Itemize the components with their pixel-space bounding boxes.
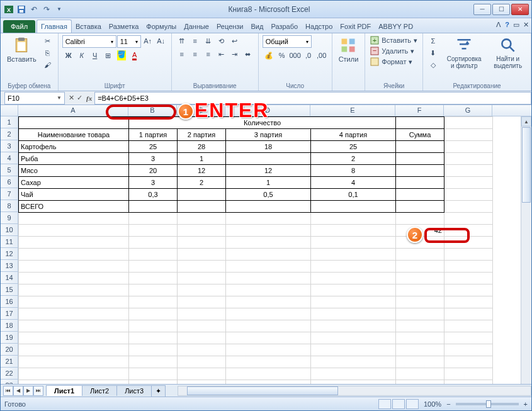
copy-icon[interactable]: ⎘ bbox=[42, 47, 54, 59]
vertical-scrollbar[interactable]: ▲ bbox=[521, 116, 531, 384]
row-header-4[interactable]: 4 bbox=[1, 152, 18, 164]
tab-nav-last-icon[interactable]: ⏭ bbox=[33, 386, 43, 396]
merge-icon[interactable]: ⬌ bbox=[242, 48, 254, 60]
row-header-10[interactable]: 10 bbox=[1, 224, 18, 236]
percent-icon[interactable]: % bbox=[276, 50, 288, 61]
row-header-16[interactable]: 16 bbox=[1, 296, 18, 308]
comma-icon[interactable]: 000 bbox=[289, 50, 302, 61]
sheet-tab-3[interactable]: Лист3 bbox=[116, 385, 152, 396]
cells-insert[interactable]: +Вставить ▾ bbox=[369, 35, 419, 45]
currency-icon[interactable]: 💰 bbox=[263, 50, 275, 61]
row-header-5[interactable]: 5 bbox=[1, 164, 18, 176]
ribbon-minimize-icon[interactable]: ᐱ bbox=[496, 21, 501, 29]
row-header-22[interactable]: 22 bbox=[1, 368, 18, 380]
indent-inc-icon[interactable]: ⇥ bbox=[229, 48, 241, 60]
row-header-23[interactable]: 23 bbox=[1, 380, 18, 384]
cells-format[interactable]: Формат ▾ bbox=[369, 57, 414, 67]
tab-layout[interactable]: Разметка bbox=[105, 20, 143, 33]
fx-icon[interactable]: fx bbox=[86, 94, 92, 102]
border-icon[interactable]: ⊞ bbox=[102, 50, 115, 61]
sheet-tab-1[interactable]: Лист1 bbox=[46, 385, 82, 396]
wrap-text-icon[interactable]: ↩ bbox=[229, 35, 241, 47]
tab-foxit[interactable]: Foxit PDF bbox=[336, 20, 375, 33]
close-button[interactable]: ✕ bbox=[511, 4, 529, 15]
col-header-G[interactable]: G bbox=[444, 105, 492, 116]
cells[interactable]: КоличествоНаименование товара1 партия2 п… bbox=[18, 116, 493, 384]
styles-button[interactable]: Стили bbox=[336, 35, 361, 64]
bold-icon[interactable]: Ж bbox=[62, 50, 75, 61]
tab-nav-first-icon[interactable]: ⏮ bbox=[3, 386, 13, 396]
tab-view[interactable]: Вид bbox=[247, 20, 268, 33]
enter-formula-icon[interactable]: ✓ bbox=[77, 94, 82, 102]
minimize-button[interactable]: ─ bbox=[473, 4, 491, 15]
align-left-icon[interactable]: ≡ bbox=[176, 48, 188, 60]
col-header-F[interactable]: F bbox=[395, 105, 444, 116]
qat-dropdown-icon[interactable]: ▼ bbox=[54, 4, 65, 15]
row-header-21[interactable]: 21 bbox=[1, 356, 18, 368]
col-header-E[interactable]: E bbox=[310, 105, 395, 116]
view-layout-icon[interactable] bbox=[392, 399, 405, 409]
maximize-button[interactable]: ☐ bbox=[492, 4, 510, 15]
cancel-formula-icon[interactable]: ✕ bbox=[69, 94, 74, 102]
align-bottom-icon[interactable]: ⇊ bbox=[202, 35, 215, 47]
inc-decimal-icon[interactable]: ,0 bbox=[302, 50, 315, 61]
row-header-9[interactable]: 9 bbox=[1, 212, 18, 224]
grow-font-icon[interactable]: A↑ bbox=[142, 35, 154, 47]
underline-icon[interactable]: Ч bbox=[89, 50, 101, 61]
name-box-dropdown-icon[interactable]: ▼ bbox=[57, 95, 62, 101]
row-header-17[interactable]: 17 bbox=[1, 308, 18, 320]
row-header-18[interactable]: 18 bbox=[1, 320, 18, 332]
undo-icon[interactable]: ↶ bbox=[28, 4, 40, 15]
help-icon[interactable]: ? bbox=[505, 21, 509, 29]
col-header-A[interactable]: A bbox=[18, 105, 128, 116]
horizontal-scrollbar[interactable] bbox=[178, 386, 531, 396]
tab-nav-prev-icon[interactable]: ◀ bbox=[13, 386, 23, 396]
view-normal-icon[interactable] bbox=[378, 399, 391, 409]
tab-formulas[interactable]: Формулы bbox=[142, 20, 180, 33]
format-painter-icon[interactable]: 🖌 bbox=[42, 59, 54, 70]
row-header-11[interactable]: 11 bbox=[1, 236, 18, 248]
align-center-icon[interactable]: ≡ bbox=[189, 48, 201, 60]
new-sheet-icon[interactable]: ✦ bbox=[151, 385, 166, 397]
tab-data[interactable]: Данные bbox=[180, 20, 213, 33]
formula-input[interactable]: =B4+C6+D5+E3 bbox=[94, 92, 531, 104]
row-header-14[interactable]: 14 bbox=[1, 272, 18, 284]
view-pagebreak-icon[interactable] bbox=[406, 399, 419, 409]
fill-color-icon[interactable]: 🪣 bbox=[115, 50, 128, 61]
tab-review[interactable]: Рецензи bbox=[213, 20, 247, 33]
save-icon[interactable] bbox=[16, 4, 27, 15]
font-name-combo[interactable]: Calibri ▾ bbox=[62, 35, 116, 48]
zoom-out-icon[interactable]: − bbox=[446, 400, 450, 408]
tab-nav-next-icon[interactable]: ▶ bbox=[23, 386, 33, 396]
row-header-15[interactable]: 15 bbox=[1, 284, 18, 296]
row-header-1[interactable]: 1 bbox=[1, 116, 18, 128]
cut-icon[interactable]: ✂ bbox=[42, 35, 54, 47]
dec-decimal-icon[interactable]: ,00 bbox=[315, 50, 328, 61]
cells-delete[interactable]: −Удалить ▾ bbox=[369, 46, 416, 56]
align-middle-icon[interactable]: ≡ bbox=[189, 35, 201, 47]
sheet-tab-2[interactable]: Лист2 bbox=[82, 385, 117, 396]
tab-insert[interactable]: Вставка bbox=[72, 20, 105, 33]
scroll-up-icon[interactable]: ▲ bbox=[521, 116, 531, 127]
autosum-icon[interactable]: Σ bbox=[427, 35, 439, 47]
align-top-icon[interactable]: ⇈ bbox=[176, 35, 188, 47]
window-restore-icon[interactable]: ▭ bbox=[513, 21, 519, 29]
orientation-icon[interactable]: ⟲ bbox=[215, 35, 228, 47]
file-tab[interactable]: Файл bbox=[3, 20, 35, 33]
paste-button[interactable]: Вставить bbox=[4, 35, 39, 64]
zoom-slider[interactable] bbox=[456, 403, 519, 405]
window-close-icon[interactable]: ✕ bbox=[523, 21, 529, 29]
tab-home[interactable]: Главная bbox=[37, 20, 72, 33]
row-header-6[interactable]: 6 bbox=[1, 176, 18, 188]
row-header-12[interactable]: 12 bbox=[1, 248, 18, 260]
number-format-combo[interactable]: Общий▾ bbox=[263, 35, 312, 48]
tab-developer[interactable]: Разрабо bbox=[267, 20, 302, 33]
sort-filter-button[interactable]: Сортировка и фильтр bbox=[442, 35, 486, 70]
row-header-3[interactable]: 3 bbox=[1, 140, 18, 152]
row-header-7[interactable]: 7 bbox=[1, 188, 18, 200]
fill-icon[interactable]: ⬇ bbox=[427, 47, 439, 59]
shrink-font-icon[interactable]: A↓ bbox=[155, 35, 167, 47]
row-header-20[interactable]: 20 bbox=[1, 344, 18, 356]
row-header-8[interactable]: 8 bbox=[1, 200, 18, 212]
name-box[interactable]: F10 ▼ bbox=[4, 92, 65, 104]
